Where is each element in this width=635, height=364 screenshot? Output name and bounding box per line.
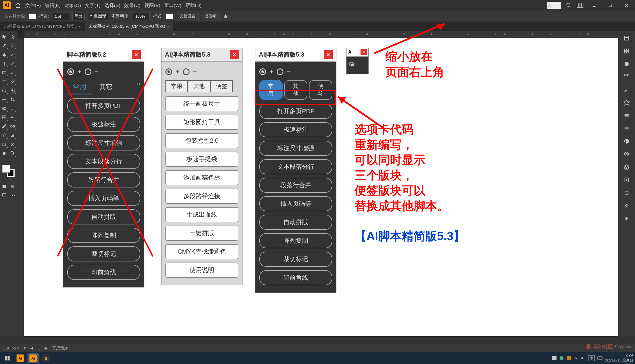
tab-2-close-icon[interactable]: × xyxy=(167,24,169,29)
document-tab-1[interactable]: 未标题-2.ai @ 50 % (CMYK/CPU 预览) × xyxy=(0,22,85,31)
radio-icon[interactable] xyxy=(277,68,283,75)
p52-btn-8[interactable]: 裁切标记 xyxy=(67,246,140,261)
p52-btn-7[interactable]: 阵列复制 xyxy=(67,228,140,243)
chevron-right-icon[interactable]: » xyxy=(137,80,140,94)
scale-tool[interactable] xyxy=(8,86,17,95)
selection-tool[interactable] xyxy=(0,33,8,41)
ime-keyboard-icon[interactable] xyxy=(597,356,602,360)
pl-btn-2[interactable]: 包装盒型2.0 xyxy=(165,133,238,148)
uniform-dropdown[interactable]: 等比 xyxy=(72,13,85,20)
gradient-mode[interactable] xyxy=(8,182,17,191)
start-button[interactable] xyxy=(2,353,13,363)
search-icon[interactable] xyxy=(566,3,572,8)
minimize-button[interactable] xyxy=(588,1,600,9)
arrange-icon[interactable] xyxy=(577,3,583,8)
gradient-panel-icon[interactable] xyxy=(621,123,632,134)
artboard[interactable]: 脚本精简版5.2 × + − 常用 其它 » 打开多页PDF xyxy=(24,38,618,336)
shaper-tool[interactable] xyxy=(0,77,8,86)
color-panel-icon[interactable] xyxy=(621,58,632,69)
light-tab-other[interactable]: 其他 xyxy=(188,80,210,92)
p52-btn-5[interactable]: 插入页码等 xyxy=(67,191,140,206)
radio-selected-icon[interactable] xyxy=(67,68,74,75)
shape-builder-tool[interactable] xyxy=(0,104,8,113)
links-panel-icon[interactable] xyxy=(621,200,632,211)
direct-selection-tool[interactable] xyxy=(8,33,17,41)
tray-chevron-icon[interactable] xyxy=(574,356,578,360)
menu-file[interactable]: 文件(F) xyxy=(25,2,41,9)
edit-toolbar[interactable]: ⋯ xyxy=(8,191,17,200)
menu-edit[interactable]: 编辑(E) xyxy=(45,2,61,9)
rectangle-tool[interactable] xyxy=(0,68,8,77)
color-mode[interactable] xyxy=(0,182,8,191)
zoom-dropdown-icon[interactable]: ▾ xyxy=(24,346,26,350)
artboard-nav-next[interactable]: ▶ xyxy=(45,346,48,350)
menu-view[interactable]: 视图(V) xyxy=(144,2,160,9)
panel-mini-close-button[interactable]: × xyxy=(361,49,367,55)
appearance-panel-icon[interactable] xyxy=(621,149,632,160)
curvature-tool[interactable] xyxy=(8,50,17,59)
perspective-tool[interactable] xyxy=(8,104,17,113)
pl-btn-3[interactable]: 极速手提袋 xyxy=(165,152,238,167)
menu-select[interactable]: 选择(S) xyxy=(105,2,121,9)
zoom-level[interactable]: 110.65% xyxy=(4,346,19,350)
radio-icon[interactable] xyxy=(183,68,190,75)
doc-setup-button[interactable]: 文档设置 xyxy=(177,13,198,20)
prefs-button[interactable]: 首选项 xyxy=(202,13,220,20)
swatches-panel-icon[interactable] xyxy=(621,71,632,82)
p52-btn-0[interactable]: 打开多页PDF xyxy=(67,98,140,113)
type-tool[interactable]: T xyxy=(0,59,8,68)
close-window-button[interactable] xyxy=(621,1,632,9)
pl-btn-7[interactable]: 一键拼版 xyxy=(165,226,238,241)
radio-selected-icon[interactable] xyxy=(259,68,266,75)
asset-export-panel-icon[interactable] xyxy=(621,174,632,186)
paintbrush-tool[interactable] xyxy=(8,68,17,77)
width-tool[interactable] xyxy=(0,95,8,104)
rotate-tool[interactable] xyxy=(0,86,8,95)
free-transform-tool[interactable] xyxy=(8,95,17,104)
pd-btn-6[interactable]: 自动拼版 xyxy=(259,215,332,230)
pd-btn-4[interactable]: 段落行合并 xyxy=(259,178,332,193)
play-icon[interactable] xyxy=(621,213,632,224)
layers-panel-icon[interactable] xyxy=(621,161,632,173)
pen-tool[interactable] xyxy=(0,50,8,59)
artboards-panel-icon[interactable] xyxy=(621,187,632,198)
mesh-tool[interactable] xyxy=(0,113,8,122)
stroke-panel-icon[interactable] xyxy=(621,110,632,121)
radio-icon[interactable] xyxy=(85,68,91,75)
pl-btn-6[interactable]: 生成出血线 xyxy=(165,207,238,222)
hand-tool[interactable] xyxy=(0,149,8,157)
color-swatches[interactable] xyxy=(0,164,17,178)
menu-effect[interactable]: 效果(C) xyxy=(124,2,140,9)
pd-btn-2[interactable]: 标注尺寸增强 xyxy=(259,141,332,156)
home-icon[interactable] xyxy=(15,2,21,9)
gradient-tool[interactable] xyxy=(8,113,17,122)
fill-swatch[interactable] xyxy=(29,13,36,19)
artboard-nav-prev[interactable]: ◀ xyxy=(30,346,33,350)
panel52-tab-other[interactable]: 其它 xyxy=(94,80,118,94)
tray-icon-2[interactable] xyxy=(559,356,564,360)
tray-icon-1[interactable] xyxy=(552,356,557,360)
tray-volume-icon[interactable] xyxy=(581,356,586,361)
document-tab-2[interactable]: 未标题-2 @ 110.65 % (CMYK/CPU 预览) × xyxy=(85,22,173,31)
line-tool[interactable] xyxy=(8,59,17,68)
taskbar-app-s[interactable]: S xyxy=(40,353,52,363)
transparency-panel-icon[interactable] xyxy=(621,136,632,147)
taskbar-ai-1[interactable]: Ai xyxy=(15,353,26,363)
screen-mode[interactable] xyxy=(0,191,8,200)
float-script-panel[interactable]: A... xyxy=(547,2,561,9)
eyedropper-tool[interactable] xyxy=(0,122,8,131)
pl-btn-0[interactable]: 统一画板尺寸 xyxy=(165,96,238,111)
pl-btn-4[interactable]: 添加画稿色标 xyxy=(165,170,238,185)
pl-btn-5[interactable]: 多段路径连接 xyxy=(165,189,238,204)
maximize-button[interactable] xyxy=(605,1,616,9)
taskbar-clock[interactable]: 9:06 2023/8/13 星期日 xyxy=(605,354,633,362)
opacity-input[interactable] xyxy=(133,13,150,20)
p52-btn-1[interactable]: 极速标注 xyxy=(67,117,140,132)
graph-tool[interactable] xyxy=(8,131,17,140)
slice-tool[interactable] xyxy=(8,140,17,149)
panel52-close-button[interactable]: × xyxy=(132,50,141,59)
zoom-tool[interactable] xyxy=(8,149,17,157)
taskbar-ai-2[interactable]: Ai xyxy=(27,353,39,363)
pd-btn-0[interactable]: 打开多页PDF xyxy=(259,104,332,119)
magic-wand-tool[interactable] xyxy=(0,41,8,50)
